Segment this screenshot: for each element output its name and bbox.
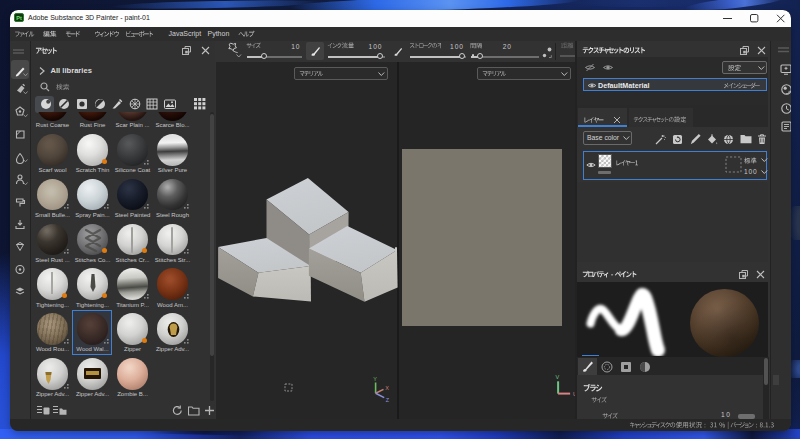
svg-text:X: X [385,385,389,391]
svg-text:Z: Z [386,397,390,403]
svg-text:Y: Y [373,376,377,382]
svg-text:V: V [556,374,560,380]
